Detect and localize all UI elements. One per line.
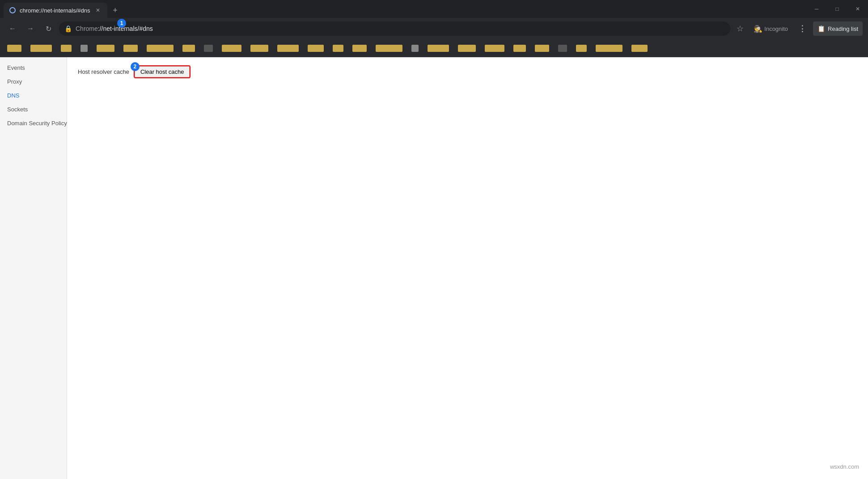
sidebar-item-sockets[interactable]: Sockets [0, 102, 67, 116]
bookmark-item[interactable] [372, 42, 406, 55]
bookmark-item[interactable] [510, 42, 529, 55]
sidebar-item-domain-security-policy[interactable]: Domain Security Policy [0, 116, 67, 130]
bookmark-item[interactable] [200, 42, 216, 55]
new-tab-button[interactable]: + [109, 4, 122, 17]
bookmarks-bar [0, 39, 868, 57]
bookmark-star-button[interactable]: ☆ [734, 22, 746, 35]
lock-icon: 🔒 [64, 25, 72, 32]
dns-row: Host resolver cache 2 Clear host cache [78, 66, 857, 77]
tab-favicon [9, 7, 16, 14]
address-prefix: Chrome [76, 25, 98, 32]
maximize-button[interactable]: □ [827, 0, 847, 18]
watermark: wsxdn.com [830, 463, 859, 470]
bookmark-item[interactable] [179, 42, 199, 55]
reading-list-label: Reading list [828, 25, 858, 32]
annotation-badge-2: 2 [131, 62, 140, 71]
main-area: Events Proxy DNS Sockets Domain Security… [0, 57, 868, 479]
bookmark-item[interactable] [408, 42, 422, 55]
bookmark-item[interactable] [481, 42, 508, 55]
bookmark-item[interactable] [304, 42, 327, 55]
bookmark-item[interactable] [555, 42, 571, 55]
address-text: Chrome://net-internals/#dns [76, 25, 725, 32]
minimize-button[interactable]: ─ [806, 0, 827, 18]
title-bar: chrome://net-internals/#dns ✕ + ─ □ ✕ [0, 0, 868, 18]
forward-button[interactable]: → [23, 21, 38, 36]
incognito-label: Incognito [764, 25, 788, 32]
bookmark-item[interactable] [349, 42, 370, 55]
reload-button[interactable]: ↻ [41, 21, 55, 36]
back-button[interactable]: ← [5, 21, 20, 36]
host-resolver-label: Host resolver cache [78, 68, 129, 75]
bookmark-item[interactable] [4, 42, 25, 55]
content-area: Host resolver cache 2 Clear host cache w… [67, 57, 868, 479]
bookmark-item[interactable] [531, 42, 553, 55]
tab-title: chrome://net-internals/#dns [20, 7, 90, 14]
reading-list-button[interactable]: 📋 Reading list [813, 21, 863, 36]
bookmark-item[interactable] [93, 42, 118, 55]
sidebar-item-dns[interactable]: DNS [0, 89, 67, 102]
bookmark-item[interactable] [572, 42, 590, 55]
browser-frame: chrome://net-internals/#dns ✕ + ─ □ ✕ ← … [0, 0, 868, 479]
bookmark-item[interactable] [454, 42, 479, 55]
window-controls: ─ □ ✕ [806, 0, 868, 18]
incognito-area: 🕵️ Incognito [750, 23, 792, 35]
address-highlighted: ://net-internals/#dns [98, 25, 153, 32]
bookmark-item[interactable] [27, 42, 55, 55]
close-button[interactable]: ✕ [847, 0, 868, 18]
clear-host-cache-button[interactable]: 2 Clear host cache [135, 66, 190, 77]
bookmark-item[interactable] [143, 42, 177, 55]
bookmark-item[interactable] [120, 42, 141, 55]
bookmark-item[interactable] [218, 42, 245, 55]
bookmark-item[interactable] [592, 42, 626, 55]
sidebar-item-events[interactable]: Events [0, 61, 67, 75]
bookmark-item[interactable] [628, 42, 651, 55]
annotation-badge-1: 1 [117, 19, 126, 28]
menu-button[interactable]: ⋮ [795, 21, 809, 36]
tab-close-button[interactable]: ✕ [94, 6, 102, 14]
bookmark-item[interactable] [57, 42, 75, 55]
bookmark-item[interactable] [424, 42, 453, 55]
sidebar: Events Proxy DNS Sockets Domain Security… [0, 57, 67, 479]
bookmark-item[interactable] [274, 42, 302, 55]
address-bar[interactable]: 1 🔒 Chrome://net-internals/#dns [59, 21, 730, 36]
bookmark-item[interactable] [247, 42, 272, 55]
bookmark-item[interactable] [77, 42, 91, 55]
active-tab[interactable]: chrome://net-internals/#dns ✕ [4, 3, 107, 18]
nav-bar: ← → ↻ 1 🔒 Chrome://net-internals/#dns ☆ … [0, 18, 868, 39]
sidebar-item-proxy[interactable]: Proxy [0, 75, 67, 89]
bookmark-item[interactable] [329, 42, 347, 55]
